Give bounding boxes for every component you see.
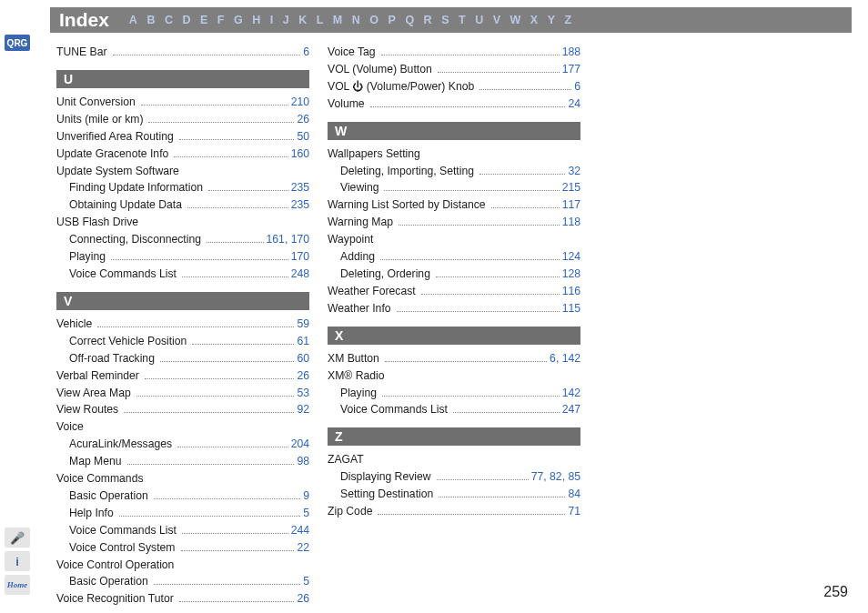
page-link[interactable]: 124 (562, 250, 580, 263)
alpha-link-t[interactable]: T (459, 14, 466, 26)
page-link[interactable]: 142 (562, 387, 580, 399)
page-link[interactable]: 5 (303, 575, 309, 588)
page-link[interactable]: 71 (568, 505, 580, 518)
leader-dots (111, 250, 288, 260)
alpha-link-o[interactable]: O (369, 14, 378, 26)
index-heading-label: Waypoint (328, 231, 373, 248)
page-link[interactable]: 115 (562, 302, 580, 315)
alpha-link-z[interactable]: Z (565, 14, 572, 26)
page-link[interactable]: 82 (550, 470, 562, 483)
alpha-link-j[interactable]: J (283, 14, 289, 26)
index-heading: Voice Commands (56, 470, 309, 487)
page-link[interactable]: 116 (562, 285, 580, 297)
alpha-link-l[interactable]: L (317, 14, 324, 26)
page-link[interactable]: 170 (291, 233, 309, 246)
alpha-link-y[interactable]: Y (548, 14, 556, 26)
page-link[interactable]: 98 (297, 455, 309, 467)
alpha-link-v[interactable]: V (493, 14, 501, 26)
alpha-link-b[interactable]: B (146, 14, 156, 26)
page-link[interactable]: 210 (291, 95, 309, 108)
index-heading-label: XM® Radio (328, 367, 385, 385)
voice-icon[interactable]: 🎤 (5, 528, 30, 548)
page-link[interactable]: 128 (562, 267, 580, 280)
page-link[interactable]: 24 (568, 97, 580, 110)
page-link[interactable]: 177 (562, 63, 580, 75)
alpha-link-a[interactable]: A (129, 14, 138, 26)
alpha-link-s[interactable]: S (441, 14, 449, 26)
page-link[interactable]: 60 (297, 352, 309, 365)
alpha-link-k[interactable]: K (298, 14, 308, 26)
index-row: Setting Destination84 (328, 486, 580, 503)
page-link[interactable]: 50 (297, 130, 309, 143)
index-row-label: Units (mile or km) (56, 111, 146, 128)
page-link[interactable]: 235 (291, 181, 309, 194)
leader-dots (182, 267, 288, 277)
leader-dots (187, 198, 288, 208)
page-link[interactable]: 6 (550, 352, 556, 365)
alpha-link-u[interactable]: U (475, 14, 484, 26)
page-link[interactable]: 84 (568, 487, 580, 500)
page-link[interactable]: 235 (291, 198, 309, 211)
alpha-link-d[interactable]: D (182, 14, 191, 26)
index-header-bar: Index ABCDEFGHIJKLMNOPQRSTUVWXYZ (50, 7, 852, 33)
index-row-pages: 215 (562, 179, 580, 196)
index-row-pages: 71 (568, 503, 580, 520)
alpha-link-r[interactable]: R (424, 14, 433, 26)
page-link[interactable]: 32 (568, 165, 580, 177)
alpha-link-p[interactable]: P (389, 14, 397, 26)
leader-dots (397, 302, 560, 312)
page-link[interactable]: 22 (297, 541, 309, 554)
alpha-link-h[interactable]: H (252, 14, 261, 26)
side-tab-qrg[interactable]: QRG (5, 35, 30, 51)
index-row-pages: 161, 170 (267, 231, 309, 248)
index-row-label: Weather Forecast (328, 283, 419, 300)
page-link[interactable]: 85 (568, 470, 580, 483)
index-row-label: Correct Vehicle Position (56, 333, 189, 350)
page-link[interactable]: 5 (303, 507, 309, 519)
page-link[interactable]: 53 (297, 387, 309, 399)
alpha-link-q[interactable]: Q (405, 14, 414, 26)
page-link[interactable]: 59 (297, 317, 309, 330)
index-row-label: Finding Update Information (56, 179, 206, 196)
leader-dots (145, 369, 295, 379)
page-link[interactable]: 142 (562, 352, 580, 365)
alpha-link-g[interactable]: G (234, 14, 243, 26)
page-link[interactable]: 118 (562, 216, 580, 228)
page-link[interactable]: 61 (297, 335, 309, 347)
info-icon[interactable]: i (5, 551, 30, 571)
index-row: Correct Vehicle Position61 (56, 333, 309, 350)
alpha-link-f[interactable]: F (217, 14, 225, 26)
page-link[interactable]: 161 (267, 233, 285, 246)
index-row: Voice Commands List247 (328, 401, 580, 418)
page-link[interactable]: 26 (297, 592, 309, 605)
page-link[interactable]: 117 (562, 198, 580, 211)
index-row-pages: 77, 82, 85 (531, 468, 580, 486)
alpha-link-c[interactable]: C (165, 14, 174, 26)
page-link[interactable]: 244 (291, 524, 309, 537)
page-link[interactable]: 247 (562, 403, 580, 416)
page-link[interactable]: 204 (291, 437, 309, 450)
page-link[interactable]: 6 (574, 80, 580, 93)
alpha-link-w[interactable]: W (510, 14, 521, 26)
home-icon[interactable]: Home (5, 575, 30, 595)
index-heading-label: Voice (56, 418, 84, 436)
page-link[interactable]: 188 (562, 45, 580, 58)
page-link[interactable]: 9 (303, 489, 309, 502)
page-link[interactable]: 248 (291, 267, 309, 280)
index-row-pages: 124 (562, 248, 580, 266)
page-link[interactable]: 26 (297, 369, 309, 382)
page-link[interactable]: 215 (562, 181, 580, 194)
page-link[interactable]: 26 (297, 113, 309, 126)
alpha-link-m[interactable]: M (333, 14, 343, 26)
page-link[interactable]: 6 (303, 45, 309, 58)
page-link[interactable]: 160 (291, 147, 309, 160)
page-link[interactable]: 92 (297, 403, 309, 416)
alpha-link-e[interactable]: E (200, 14, 208, 26)
leader-dots (127, 455, 295, 465)
page-link[interactable]: 77 (531, 470, 544, 483)
alpha-link-i[interactable]: I (270, 14, 274, 26)
alpha-link-x[interactable]: X (530, 14, 539, 26)
page-link[interactable]: 170 (291, 250, 309, 263)
alpha-link-n[interactable]: N (352, 14, 361, 26)
index-heading-label: USB Flash Drive (56, 214, 138, 231)
